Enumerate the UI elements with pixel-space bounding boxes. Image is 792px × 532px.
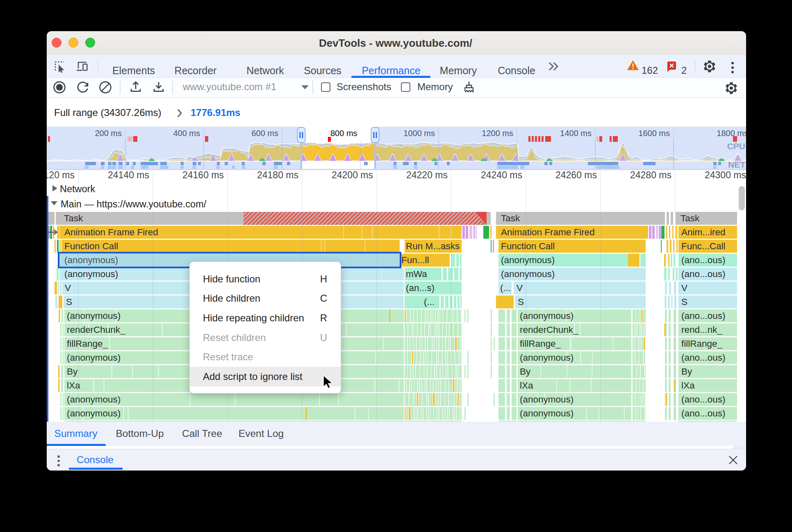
svg-text:lXa: lXa — [681, 380, 695, 391]
svg-text:(anonymous): (anonymous) — [67, 352, 121, 363]
svg-text:24300 ms: 24300 ms — [705, 170, 746, 180]
svg-text:800 ms: 800 ms — [330, 129, 357, 138]
svg-text:By: By — [67, 366, 78, 377]
svg-text:24220 ms: 24220 ms — [406, 170, 448, 180]
svg-text:24280 ms: 24280 ms — [630, 170, 671, 180]
svg-text:(anonymous): (anonymous) — [520, 352, 574, 363]
svg-text:(anonymous): (anonymous) — [501, 255, 555, 265]
svg-text:1400 ms: 1400 ms — [560, 129, 592, 138]
svg-text:(ano...ous): (ano...ous) — [681, 311, 726, 321]
svg-text:(ano...ous): (ano...ous) — [681, 255, 726, 265]
svg-text:fillRange_: fillRange_ — [681, 339, 723, 349]
svg-text:24200 ms: 24200 ms — [332, 170, 373, 180]
svg-text:(anonymous): (anonymous) — [67, 394, 121, 405]
svg-text:S: S — [66, 297, 72, 307]
svg-text:(anonymous): (anonymous) — [501, 269, 555, 279]
svg-text:Task: Task — [680, 213, 700, 223]
svg-text:24260 ms: 24260 ms — [555, 170, 597, 180]
svg-text:Func...Call: Func...Call — [681, 241, 726, 251]
svg-text:(anonymous): (anonymous) — [520, 311, 574, 321]
svg-text:200 ms: 200 ms — [95, 129, 122, 138]
svg-text:(ano...ous): (ano...ous) — [681, 269, 726, 279]
svg-text:NET: NET — [728, 160, 745, 169]
svg-text:S: S — [681, 297, 687, 307]
svg-text:Task: Task — [501, 213, 520, 223]
svg-text:600 ms: 600 ms — [251, 129, 278, 138]
svg-text:(...: (... — [424, 297, 435, 307]
svg-text:(anonymous): (anonymous) — [64, 269, 118, 279]
svg-text:1800 ms: 1800 ms — [717, 129, 746, 138]
svg-text:(ano...ous): (ano...ous) — [681, 394, 726, 405]
svg-text:(anonymous): (anonymous) — [520, 408, 574, 418]
svg-text:lXa: lXa — [520, 380, 533, 391]
svg-text:V: V — [681, 283, 687, 293]
svg-text:S: S — [518, 297, 524, 307]
svg-text:By: By — [681, 366, 692, 377]
svg-text:1600 ms: 1600 ms — [638, 129, 670, 138]
svg-text:(ano...ous): (ano...ous) — [681, 408, 726, 418]
svg-text:By: By — [520, 366, 531, 377]
svg-text:CPU: CPU — [727, 141, 745, 151]
svg-text:24240 ms: 24240 ms — [481, 170, 522, 180]
svg-text:V: V — [517, 283, 523, 293]
svg-text:renderChunk_: renderChunk_ — [67, 325, 125, 335]
svg-text:Animation Frame Fired: Animation Frame Fired — [501, 227, 595, 237]
svg-text:Anim...ired: Anim...ired — [681, 227, 726, 237]
svg-text:fillRange_: fillRange_ — [67, 339, 108, 349]
svg-text:400 ms: 400 ms — [173, 129, 200, 138]
svg-text:(ano...ous): (ano...ous) — [681, 352, 726, 363]
svg-text:(anonymous): (anonymous) — [67, 408, 121, 418]
svg-text:rend...nk_: rend...nk_ — [681, 325, 723, 335]
svg-text:24180 ms: 24180 ms — [257, 170, 298, 180]
svg-text:Task: Task — [64, 213, 83, 223]
svg-text:Fun...ll: Fun...ll — [401, 255, 429, 265]
svg-text:24140 ms: 24140 ms — [108, 170, 149, 180]
svg-text:(anonymous): (anonymous) — [64, 255, 118, 265]
svg-text:mWa: mWa — [406, 269, 427, 279]
svg-text:renderChunk_: renderChunk_ — [520, 325, 578, 335]
svg-text:Function Call: Function Call — [64, 241, 118, 251]
svg-text:1000 ms: 1000 ms — [403, 129, 435, 138]
svg-text:1200 ms: 1200 ms — [482, 129, 513, 138]
svg-text:(an...s): (an...s) — [406, 283, 435, 293]
svg-text:24120 ms: 24120 ms — [47, 170, 75, 180]
svg-text:Function Call: Function Call — [501, 241, 555, 251]
svg-text:(anonymous): (anonymous) — [520, 394, 574, 405]
svg-text:Main — https://www.youtube.com: Main — https://www.youtube.com/ — [61, 199, 207, 209]
svg-text:V: V — [65, 283, 71, 293]
svg-text:(...: (... — [500, 283, 511, 293]
svg-text:(anonymous): (anonymous) — [67, 311, 121, 321]
svg-text:Network: Network — [60, 184, 95, 194]
svg-text:24160 ms: 24160 ms — [182, 170, 224, 180]
